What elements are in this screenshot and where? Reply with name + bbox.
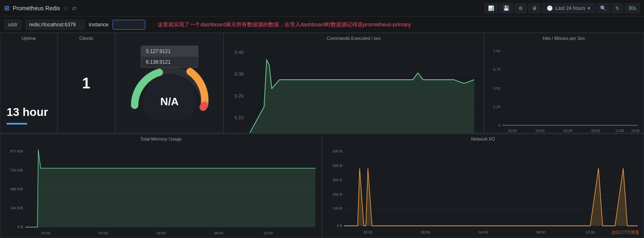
- refresh-icon: ↻: [615, 5, 619, 11]
- search-button[interactable]: 🔍: [596, 3, 610, 13]
- dashboard-title: Prometheus Redis: [13, 5, 60, 12]
- svg-text:244 KiB: 244 KiB: [10, 206, 23, 210]
- uptime-panel-title: Uptime: [0, 33, 57, 42]
- svg-text:732 KiB: 732 KiB: [10, 168, 23, 172]
- watermark: @51CTO博客: [612, 229, 639, 236]
- search-icon: 🔍: [600, 5, 606, 11]
- dropdown-item-1[interactable]: 5.127:9121: [141, 46, 198, 57]
- uptime-bar: [7, 123, 27, 125]
- memory-chart-area: 977 KiB 732 KiB 488 KiB 244 KiB 0 B 20:0…: [0, 143, 322, 238]
- svg-text:N/A: N/A: [160, 95, 179, 108]
- network-chart-svg: 500 B 400 B 300 B 200 B 100 B 0 B 20:00 …: [327, 145, 640, 238]
- svg-text:300 B: 300 B: [332, 178, 342, 182]
- commands-panel: Commands Executed / sec 0.40 0.30 0.20 0…: [224, 33, 484, 133]
- svg-text:0.10: 0.10: [235, 115, 244, 120]
- add-panel-button[interactable]: 📊: [484, 3, 498, 13]
- svg-marker-51: [25, 149, 315, 227]
- svg-text:977 KiB: 977 KiB: [10, 149, 23, 153]
- svg-text:04:00: 04:00: [156, 231, 166, 235]
- time-range-label: Last 24 hours: [555, 5, 585, 11]
- svg-text:08:00: 08:00: [591, 128, 600, 133]
- share-icon[interactable]: ⇄: [72, 5, 77, 12]
- svg-marker-69: [344, 168, 637, 226]
- tv-icon: 🖥: [532, 5, 537, 11]
- svg-text:20:00: 20:00: [363, 230, 373, 234]
- addr-select[interactable]: redis://localhost:6379: [25, 20, 85, 30]
- svg-text:08:00: 08:00: [214, 231, 223, 235]
- svg-text:0.30: 0.30: [235, 72, 244, 76]
- chevron-down-icon: ▾: [588, 5, 590, 11]
- svg-text:0.25: 0.25: [493, 104, 500, 109]
- hits-chart-svg: 1.00 0.75 0.50 0.25 0 20:00 00:00 04:00 …: [488, 44, 639, 133]
- settings-button[interactable]: ⚙: [515, 3, 527, 13]
- memory-chart-svg: 977 KiB 732 KiB 488 KiB 244 KiB 0 B 20:0…: [5, 145, 318, 238]
- commands-panel-title: Commands Executed / sec: [224, 33, 484, 42]
- svg-text:488 KiB: 488 KiB: [10, 187, 23, 191]
- svg-text:400 B: 400 B: [332, 164, 342, 168]
- bottom-row: Total Memory Usage 977 KiB 732 KiB 488 K…: [0, 134, 644, 238]
- svg-text:1.00: 1.00: [493, 49, 500, 53]
- network-panel-title: Network I/O: [323, 134, 644, 143]
- topbar-left: ⊞ Prometheus Redis ☆ ⇄: [4, 4, 481, 12]
- svg-text:20:00: 20:00: [41, 231, 50, 235]
- topbar-right: 📊 💾 ⚙ 🖥 🕐 Last 24 hours ▾ 🔍 ↻ 30s: [484, 3, 640, 13]
- grid-icon: ⊞: [4, 4, 9, 12]
- hits-panel: Hits / Misses per Sec 1.00 0.75 0.50 0.2…: [484, 33, 644, 133]
- svg-text:200 B: 200 B: [332, 192, 342, 196]
- svg-text:04:00: 04:00: [478, 230, 488, 234]
- annotation-text: 这里就实现了一个dashboard展示所有数据源的数据，在导入dashboard…: [158, 21, 410, 28]
- svg-text:20:00: 20:00: [508, 128, 517, 133]
- svg-text:00:00: 00:00: [536, 128, 545, 133]
- svg-text:0.75: 0.75: [493, 67, 500, 72]
- network-panel: Network I/O 500 B 400 B 300 B 200 B 100 …: [322, 134, 644, 238]
- time-range-button[interactable]: 🕐 Last 24 hours ▾: [542, 3, 595, 13]
- add-panel-icon: 📊: [488, 5, 494, 11]
- network-chart-area: 500 B 400 B 300 B 200 B 100 B 0 B 20:00 …: [323, 143, 644, 238]
- settings-icon: ⚙: [518, 5, 523, 11]
- commands-chart-area: 0.40 0.30 0.20 0.10 0 20:00 00:00 04:00 …: [224, 42, 484, 133]
- main-content: Uptime 13 hour Clients 1 5.127:9121 6.13…: [0, 33, 644, 238]
- dropdown-item-2[interactable]: 6.138:9121: [141, 57, 198, 67]
- svg-text:500 B: 500 B: [332, 149, 342, 153]
- refresh-interval-badge[interactable]: 30s: [625, 3, 640, 13]
- top-row: Uptime 13 hour Clients 1 5.127:9121 6.13…: [0, 33, 644, 134]
- memory-panel: Total Memory Usage 977 KiB 732 KiB 488 K…: [0, 134, 322, 238]
- gauge-panel: 5.127:9121 6.138:9121 N/A: [115, 33, 224, 133]
- svg-text:12:00: 12:00: [585, 230, 595, 234]
- svg-text:100 B: 100 B: [332, 206, 342, 210]
- svg-text:00:00: 00:00: [421, 230, 430, 234]
- refresh-button[interactable]: ↻: [612, 3, 623, 13]
- star-icon[interactable]: ☆: [63, 5, 69, 12]
- save-icon: 💾: [503, 5, 509, 11]
- addr-label: addr: [4, 20, 21, 30]
- svg-text:00:00: 00:00: [99, 231, 108, 235]
- uptime-panel: Uptime 13 hour: [0, 33, 57, 133]
- topbar: ⊞ Prometheus Redis ☆ ⇄ 📊 💾 ⚙ 🖥 🕐 Last 24…: [0, 0, 644, 16]
- instance-dropdown: 5.127:9121 6.138:9121: [141, 46, 198, 68]
- filterbar: addr redis://localhost:6379 instance 这里就…: [0, 16, 644, 33]
- svg-text:0.40: 0.40: [235, 50, 244, 55]
- svg-text:08:00: 08:00: [536, 230, 545, 234]
- svg-text:0: 0: [498, 123, 500, 128]
- svg-text:04:00: 04:00: [564, 128, 573, 133]
- save-button[interactable]: 💾: [500, 3, 513, 13]
- svg-text:16:00: 16:00: [631, 128, 639, 133]
- svg-text:12:00: 12:00: [264, 231, 273, 235]
- commands-chart-svg: 0.40 0.30 0.20 0.10 0 20:00 00:00 04:00 …: [228, 44, 479, 133]
- svg-marker-18: [246, 60, 474, 133]
- memory-panel-title: Total Memory Usage: [0, 134, 322, 143]
- tv-button[interactable]: 🖥: [528, 3, 541, 13]
- instance-input[interactable]: [112, 20, 145, 30]
- clients-value: 1: [76, 75, 96, 100]
- svg-text:0.20: 0.20: [235, 93, 244, 98]
- addr-select-wrap: redis://localhost:6379: [25, 20, 85, 30]
- clients-panel-title: Clients: [58, 33, 115, 42]
- svg-text:0.50: 0.50: [493, 86, 500, 90]
- hits-panel-title: Hits / Misses per Sec: [484, 33, 644, 42]
- clock-icon: 🕐: [547, 5, 553, 11]
- uptime-value: 13 hour: [0, 106, 57, 119]
- svg-text:12:00: 12:00: [615, 128, 624, 133]
- svg-text:0 B: 0 B: [337, 224, 342, 228]
- svg-text:0 B: 0 B: [18, 225, 23, 229]
- instance-label: instance: [89, 21, 108, 28]
